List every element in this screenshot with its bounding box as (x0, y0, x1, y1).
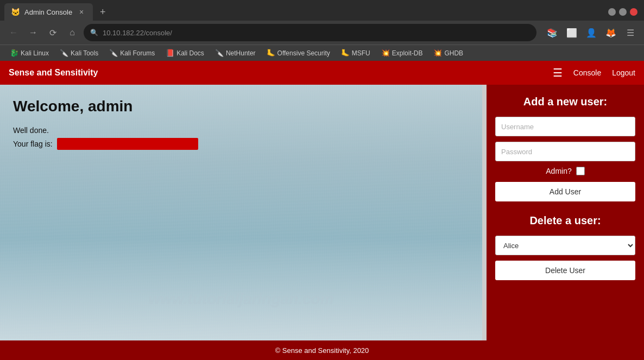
nethunter-icon: 🔪 (215, 49, 224, 57)
kali-docs-icon: 📕 (166, 49, 174, 57)
home-button[interactable]: ⌂ (64, 24, 80, 41)
password-input[interactable] (495, 142, 635, 161)
username-input[interactable] (495, 117, 635, 136)
back-button[interactable]: ← (5, 24, 22, 41)
close-window-button[interactable] (630, 8, 637, 16)
bookmark-nethunter[interactable]: 🔪 NetHunter (211, 48, 260, 58)
tab-title: Admin Console (24, 8, 72, 16)
kali-forums-icon: 🔪 (109, 49, 118, 57)
delete-user-title: Delete a user: (495, 214, 635, 227)
right-panel: Add a new user: Admin? Add User Delete a… (487, 85, 644, 340)
user-select[interactable]: Alice Bob Charlie (495, 236, 635, 255)
flag-row: Your flag is: (13, 138, 469, 150)
logout-link[interactable]: Logout (612, 68, 635, 77)
add-user-button[interactable]: Add User (495, 182, 635, 201)
tab-bar: 🐱 Admin Console × + (0, 0, 644, 21)
app-navbar: Sense and Sensitivity ☰ Console Logout (0, 61, 644, 85)
content-area: Welcome, admin Well done. Your flag is: (0, 85, 482, 163)
bookmarks-icon[interactable]: 📚 (544, 24, 560, 41)
ghdb-icon: 💥 (433, 49, 442, 57)
exploit-db-icon: 💥 (381, 49, 390, 57)
lock-icon: 🔍 (90, 29, 98, 36)
browser-controls: ← → ⟳ ⌂ 🔍 10.10.182.22/console/ 📚 ⬜ 👤 🦊 … (0, 21, 644, 45)
divider (495, 201, 635, 214)
delete-user-button[interactable]: Delete User (495, 261, 635, 280)
tab-view-icon[interactable]: ⬜ (564, 24, 580, 41)
app-brand: Sense and Sensitivity (9, 68, 553, 78)
url-display: 10.10.182.22/console/ (103, 29, 172, 37)
main-content: Welcome, admin Well done. Your flag is: … (0, 85, 644, 340)
bookmark-ghdb[interactable]: 💥 GHDB (429, 48, 468, 58)
admin-label: Admin? (546, 167, 571, 175)
tab-favicon-icon: 🐱 (11, 8, 20, 16)
bookmarks-bar: 🐉 Kali Linux 🔪 Kali Tools 🔪 Kali Forums … (0, 45, 644, 61)
tab-close-button[interactable]: × (77, 7, 86, 17)
scrollbar-divider[interactable] (482, 85, 487, 340)
bookmark-kali-docs[interactable]: 📕 Kali Docs (161, 48, 209, 58)
watermark: www.tutorialjaringan.com (148, 290, 333, 308)
add-user-title: Add a new user: (495, 96, 635, 108)
well-done-text: Well done. (13, 126, 469, 135)
admin-checkbox[interactable] (576, 167, 585, 175)
left-panel: Welcome, admin Well done. Your flag is: … (0, 85, 482, 340)
hamburger-icon[interactable]: ☰ (553, 66, 563, 79)
address-bar[interactable]: 🔍 10.10.182.22/console/ (84, 24, 536, 41)
bookmark-msfu[interactable]: 🦶 MSFU (337, 48, 375, 58)
bookmark-exploit-db[interactable]: 💥 Exploit-DB (377, 48, 427, 58)
flag-value (57, 138, 198, 150)
footer: © Sense and Sensitivity, 2020 (0, 340, 644, 360)
app-nav-links: ☰ Console Logout (553, 66, 635, 79)
flag-label: Your flag is: (13, 140, 53, 148)
admin-row: Admin? (495, 167, 635, 175)
kali-tools-icon: 🔪 (60, 49, 68, 57)
menu-icon[interactable]: ☰ (622, 24, 639, 41)
bookmark-kali-tools[interactable]: 🔪 Kali Tools (55, 48, 103, 58)
browser-chrome: 🐱 Admin Console × + ← → ⟳ ⌂ 🔍 10.10.182.… (0, 0, 644, 61)
welcome-heading: Welcome, admin (13, 98, 469, 115)
active-tab[interactable]: 🐱 Admin Console × (4, 3, 93, 21)
minimize-window-button[interactable] (608, 8, 616, 16)
forward-button[interactable]: → (25, 24, 41, 41)
footer-text: © Sense and Sensitivity, 2020 (275, 346, 369, 355)
bookmark-kali-forums[interactable]: 🔪 Kali Forums (105, 48, 159, 58)
reload-button[interactable]: ⟳ (45, 24, 61, 41)
new-tab-button[interactable]: + (95, 4, 110, 20)
extensions-icon[interactable]: 🦊 (603, 24, 619, 41)
bookmark-kali-linux[interactable]: 🐉 Kali Linux (5, 48, 53, 58)
maximize-window-button[interactable] (619, 8, 627, 16)
msfu-icon: 🦶 (341, 49, 350, 57)
profile-icon[interactable]: 👤 (583, 24, 599, 41)
kali-linux-icon: 🐉 (10, 49, 18, 57)
offensive-security-icon: 🦶 (267, 49, 275, 57)
console-link[interactable]: Console (573, 68, 601, 77)
bookmark-offensive-security[interactable]: 🦶 Offensive Security (262, 48, 334, 58)
browser-actions: 📚 ⬜ 👤 🦊 ☰ (544, 24, 639, 41)
